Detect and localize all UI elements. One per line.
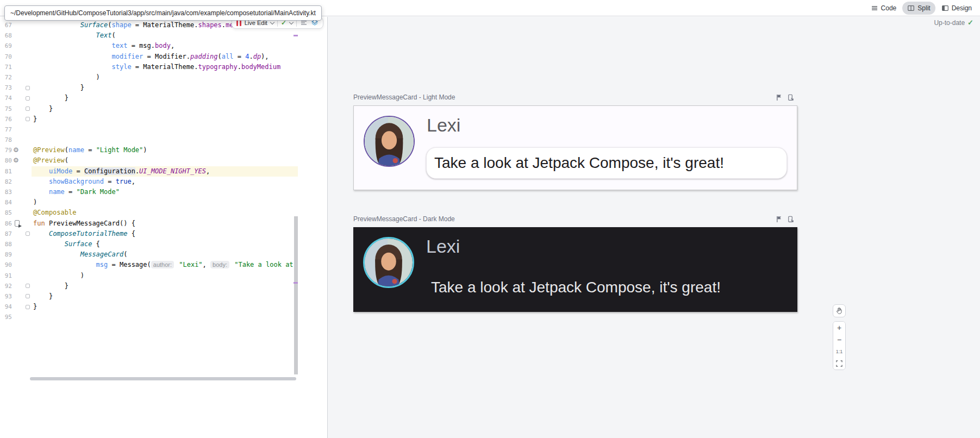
code-line-77[interactable]: 77 [0,124,327,135]
code-line-69[interactable]: 69 text = msg.body, [0,41,327,51]
code-line-94[interactable]: 94} [0,302,327,312]
gutter: 77 [0,124,32,135]
code-line-76[interactable]: 76} [0,114,327,124]
gutter: 95 [0,312,32,322]
code-area: 67 Surface(shape = MaterialTheme.shapes.… [0,20,327,322]
gutter: 82 [0,177,32,187]
deploy-to-device-icon[interactable] [787,216,794,223]
deploy-to-device-icon[interactable] [787,94,794,101]
code-line-78[interactable]: 78 [0,135,327,145]
animation-preview-icon[interactable] [776,216,783,223]
view-mode-code[interactable]: Code [866,2,902,15]
code-text: style = MaterialTheme.typography.bodyMed… [32,62,298,72]
line-number: 68 [0,30,12,41]
line-number: 72 [0,72,12,83]
preview-title: PreviewMessageCard - Light Mode [353,93,455,101]
zoom-to-fit-button[interactable] [833,358,845,370]
code-fold-icon[interactable] [26,107,30,111]
preview-actions [776,216,797,223]
pan-tool-button[interactable] [833,304,846,317]
code-line-86[interactable]: 86fun PreviewMessageCard() { [0,218,327,229]
run-preview-icon[interactable] [15,220,20,227]
message-bubble: Take a look at Jetpack Compose, it's gre… [426,272,787,303]
code-line-70[interactable]: 70 modifier = Modifier.padding(all = 4.d… [0,52,327,62]
zoom-in-button[interactable]: + [833,322,845,334]
code-line-73[interactable]: 73 } [0,83,327,93]
gutter: 67 [0,20,32,30]
code-text [32,124,298,135]
gutter: 90 [0,260,32,270]
code-line-89[interactable]: 89 MessageCard( [0,249,327,260]
line-number: 91 [0,271,12,281]
code-text: } [32,83,298,93]
code-line-81[interactable]: 81 uiMode = Configuration.UI_MODE_NIGHT_… [0,166,327,177]
line-number: 73 [0,83,12,93]
animation-preview-icon[interactable] [776,94,783,101]
gutter: 89 [0,249,32,260]
split-divider[interactable] [327,17,328,438]
gutter: 71 [0,62,32,72]
preview-group-light: PreviewMessageCard - Light Mode Lexi [353,93,797,190]
code-line-95[interactable]: 95 [0,312,327,322]
preview-header: PreviewMessageCard - Dark Mode [353,215,797,223]
preview-canvas-dark[interactable]: Lexi Take a look at Jetpack Compose, it'… [353,227,797,312]
breadcrumb[interactable]: ~/Development/GitHub/ComposeTutorial3/ap… [4,5,322,21]
code-line-80[interactable]: 80⚙@Preview( [0,155,327,166]
view-mode-split[interactable]: Split [902,2,935,15]
vertical-scrollbar[interactable] [294,216,298,374]
code-line-85[interactable]: 85@Composable [0,208,327,218]
code-text: } [32,291,298,302]
code-text [32,312,298,322]
gutter: 92 [0,281,32,291]
code-fold-icon[interactable] [26,305,30,309]
zoom-out-button[interactable]: − [833,334,845,346]
code-text: modifier = Modifier.padding(all = 4.dp), [32,52,298,62]
code-line-84[interactable]: 84) [0,197,327,208]
message-body: Take a look at Jetpack Compose, it's gre… [431,279,721,296]
code-line-71[interactable]: 71 style = MaterialTheme.typography.body… [0,62,327,72]
error-stripe-mark[interactable] [294,282,298,284]
code-line-74[interactable]: 74 } [0,93,327,103]
code-fold-icon[interactable] [26,86,30,90]
avatar-image [363,237,414,288]
code-line-91[interactable]: 91 ) [0,271,327,281]
horizontal-scrollbar[interactable] [30,377,296,380]
gutter: 83 [0,187,32,197]
code-line-83[interactable]: 83 name = "Dark Mode" [0,187,327,197]
code-fold-icon[interactable] [26,284,30,288]
code-fold-icon[interactable] [26,231,30,236]
preview-sync-status: Up-to-date ✓ [934,18,973,27]
error-stripe-mark[interactable] [294,35,298,36]
preview-canvas-light[interactable]: Lexi Take a look at Jetpack Compose, it'… [353,105,797,190]
code-line-90[interactable]: 90 msg = Message(author: "Lexi", body: "… [0,260,327,270]
code-fold-icon[interactable] [26,294,30,298]
code-text: } [32,93,298,103]
code-fold-icon[interactable] [26,117,30,121]
line-number: 88 [0,239,12,249]
preview-zoom-toolbar: + − 1:1 [833,321,846,370]
code-line-82[interactable]: 82 showBackground = true, [0,177,327,187]
code-line-72[interactable]: 72 ) [0,72,327,83]
code-line-79[interactable]: 79⚙@Preview(name = "Light Mode") [0,145,327,155]
code-line-75[interactable]: 75 } [0,104,327,114]
code-line-92[interactable]: 92 } [0,281,327,291]
status-text: Up-to-date [934,19,965,27]
gutter: 76 [0,114,32,124]
line-number: 84 [0,197,12,208]
line-number: 75 [0,104,12,114]
view-mode-design[interactable]: Design [937,2,977,15]
preview-settings-gear-icon[interactable]: ⚙ [13,145,19,155]
code-line-88[interactable]: 88 Surface { [0,239,327,249]
code-text: ) [32,72,298,83]
code-line-68[interactable]: 68 Text( [0,30,327,41]
line-number: 93 [0,291,12,302]
preview-header: PreviewMessageCard - Light Mode [353,93,797,102]
code-line-93[interactable]: 93 } [0,291,327,302]
code-line-87[interactable]: 87 ComposeTutorialTheme { [0,229,327,239]
line-number: 78 [0,135,12,145]
code-fold-icon[interactable] [26,96,30,101]
view-mode-label: Code [881,4,897,12]
preview-settings-gear-icon[interactable]: ⚙ [13,155,19,166]
line-number: 80 [0,155,12,166]
zoom-actual-size-button[interactable]: 1:1 [833,346,845,358]
